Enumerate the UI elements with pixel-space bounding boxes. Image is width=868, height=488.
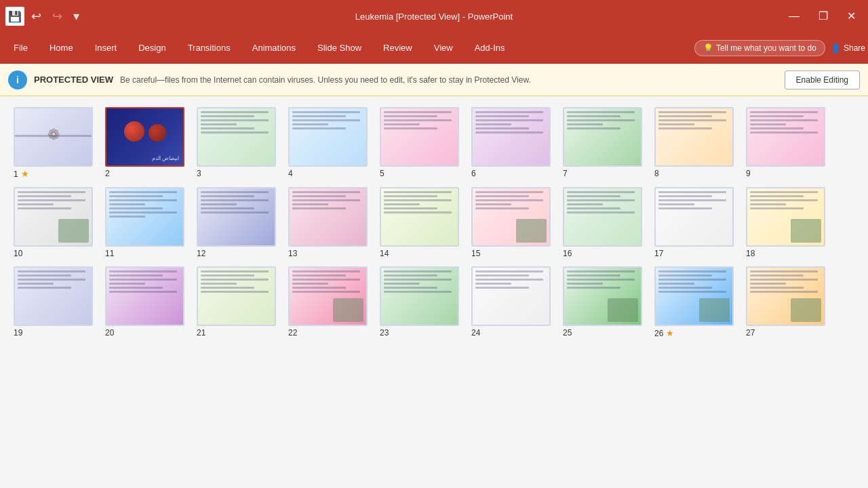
slide-number-1: 1 bbox=[14, 169, 18, 179]
star-icon: ★ bbox=[666, 328, 674, 338]
slide-number-21: 21 bbox=[197, 328, 205, 338]
close-button[interactable]: ✕ bbox=[840, 8, 863, 24]
slide-item-18[interactable]: 18 bbox=[746, 187, 825, 258]
ribbon-right: 💡 Tell me what you want to do 👤 Share bbox=[694, 33, 865, 63]
slide-item-22[interactable]: 22 bbox=[288, 266, 368, 338]
slide-number-20: 20 bbox=[105, 328, 114, 338]
tab-animations[interactable]: Animations bbox=[241, 33, 307, 63]
slide-number-24: 24 bbox=[471, 328, 480, 338]
tell-me-text: Tell me what you want to do bbox=[716, 43, 816, 53]
slide-number-10: 10 bbox=[14, 249, 22, 258]
slide-number-9: 9 bbox=[746, 169, 751, 178]
minimize-button[interactable]: — bbox=[782, 8, 806, 24]
slide-number-17: 17 bbox=[654, 249, 663, 258]
slide-item-8[interactable]: 8 bbox=[654, 107, 734, 179]
slide-item-14[interactable]: 14 bbox=[380, 187, 459, 258]
slide-number-13: 13 bbox=[288, 249, 297, 258]
tell-me-input[interactable]: 💡 Tell me what you want to do bbox=[694, 40, 825, 56]
tab-insert[interactable]: Insert bbox=[84, 33, 128, 63]
window-title: Leukemia [Protected View] - PowerPoint bbox=[355, 12, 513, 22]
slide-item-20[interactable]: 20 bbox=[105, 266, 184, 338]
slide-number-26: 26 bbox=[654, 329, 663, 338]
share-button[interactable]: 👤 Share bbox=[831, 43, 865, 53]
slide-item-25[interactable]: 25 bbox=[563, 266, 642, 338]
slide-item-21[interactable]: 21 bbox=[197, 266, 276, 338]
title-bar-controls: — ❐ ✕ bbox=[782, 8, 863, 24]
slide-number-15: 15 bbox=[471, 249, 480, 258]
maximize-button[interactable]: ❐ bbox=[812, 8, 835, 24]
slide-grid-area[interactable]: ❁1★ابيضاض الدم23456789101112131415161718… bbox=[0, 96, 868, 488]
slide-item-16[interactable]: 16 bbox=[563, 187, 642, 258]
save-icon[interactable]: 💾 bbox=[5, 7, 24, 26]
slide-item-9[interactable]: 9 bbox=[746, 107, 825, 179]
slide-item-3[interactable]: 3 bbox=[197, 107, 276, 179]
tab-slideshow[interactable]: Slide Show bbox=[307, 33, 372, 63]
enable-editing-button[interactable]: Enable Editing bbox=[785, 70, 860, 89]
slide-item-1[interactable]: ❁1★ bbox=[14, 107, 93, 179]
slide-number-6: 6 bbox=[471, 169, 476, 178]
tab-home[interactable]: Home bbox=[39, 33, 84, 63]
star-icon: ★ bbox=[21, 169, 29, 179]
redo-button[interactable]: ↪ bbox=[48, 7, 66, 25]
slide-number-5: 5 bbox=[380, 169, 384, 178]
tab-addins[interactable]: Add-Ins bbox=[464, 33, 516, 63]
slide-number-8: 8 bbox=[654, 169, 659, 178]
slide-item-4[interactable]: 4 bbox=[288, 107, 368, 179]
slide-item-11[interactable]: 11 bbox=[105, 187, 184, 258]
tab-transitions[interactable]: Transitions bbox=[177, 33, 241, 63]
slide-item-24[interactable]: 24 bbox=[471, 266, 551, 338]
title-bar-left: 💾 ↩ ↪ ▾ bbox=[5, 7, 83, 26]
info-icon: i bbox=[8, 70, 27, 89]
slide-item-23[interactable]: 23 bbox=[380, 266, 459, 338]
slide-number-14: 14 bbox=[380, 249, 389, 258]
tab-file[interactable]: File bbox=[3, 33, 39, 63]
slide-number-25: 25 bbox=[563, 328, 572, 338]
slide-item-7[interactable]: 7 bbox=[563, 107, 642, 179]
slide-item-6[interactable]: 6 bbox=[471, 107, 551, 179]
ribbon: File Home Insert Design Transitions Anim… bbox=[0, 33, 868, 64]
slide-item-2[interactable]: ابيضاض الدم2 bbox=[105, 107, 184, 179]
slide-number-19: 19 bbox=[14, 328, 22, 338]
slide-number-18: 18 bbox=[746, 249, 755, 258]
tab-design[interactable]: Design bbox=[127, 33, 176, 63]
undo-button[interactable]: ↩ bbox=[27, 7, 45, 25]
protected-view-bar: i PROTECTED VIEW Be careful—files from t… bbox=[0, 64, 868, 96]
slide-number-7: 7 bbox=[563, 169, 568, 178]
slide-number-11: 11 bbox=[105, 249, 114, 258]
slide-item-13[interactable]: 13 bbox=[288, 187, 368, 258]
tab-view[interactable]: View bbox=[423, 33, 464, 63]
title-bar: 💾 ↩ ↪ ▾ Leukemia [Protected View] - Powe… bbox=[0, 0, 868, 33]
share-label: Share bbox=[844, 43, 865, 53]
person-icon: 👤 bbox=[831, 43, 841, 53]
qat-dropdown-button[interactable]: ▾ bbox=[69, 7, 83, 25]
slide-number-4: 4 bbox=[288, 169, 293, 178]
slide-item-10[interactable]: 10 bbox=[14, 187, 93, 258]
slide-number-3: 3 bbox=[197, 169, 201, 178]
slide-number-22: 22 bbox=[288, 328, 297, 338]
slide-number-12: 12 bbox=[197, 249, 205, 258]
slide-number-27: 27 bbox=[746, 328, 755, 338]
slide-item-26[interactable]: 26★ bbox=[654, 266, 734, 338]
slide-grid: ❁1★ابيضاض الدم23456789101112131415161718… bbox=[14, 107, 854, 338]
tab-review[interactable]: Review bbox=[372, 33, 423, 63]
protected-view-message: Be careful—files from the Internet can c… bbox=[120, 75, 778, 85]
slide-item-19[interactable]: 19 bbox=[14, 266, 93, 338]
slide-item-27[interactable]: 27 bbox=[746, 266, 825, 338]
slide-item-15[interactable]: 15 bbox=[471, 187, 551, 258]
slide-item-5[interactable]: 5 bbox=[380, 107, 459, 179]
slide-item-12[interactable]: 12 bbox=[197, 187, 276, 258]
slide-item-17[interactable]: 17 bbox=[654, 187, 734, 258]
protected-view-title: PROTECTED VIEW bbox=[34, 75, 113, 85]
slide-number-23: 23 bbox=[380, 328, 389, 338]
lightbulb-icon: 💡 bbox=[703, 43, 713, 53]
slide-number-2: 2 bbox=[105, 169, 110, 178]
slide-number-16: 16 bbox=[563, 249, 572, 258]
